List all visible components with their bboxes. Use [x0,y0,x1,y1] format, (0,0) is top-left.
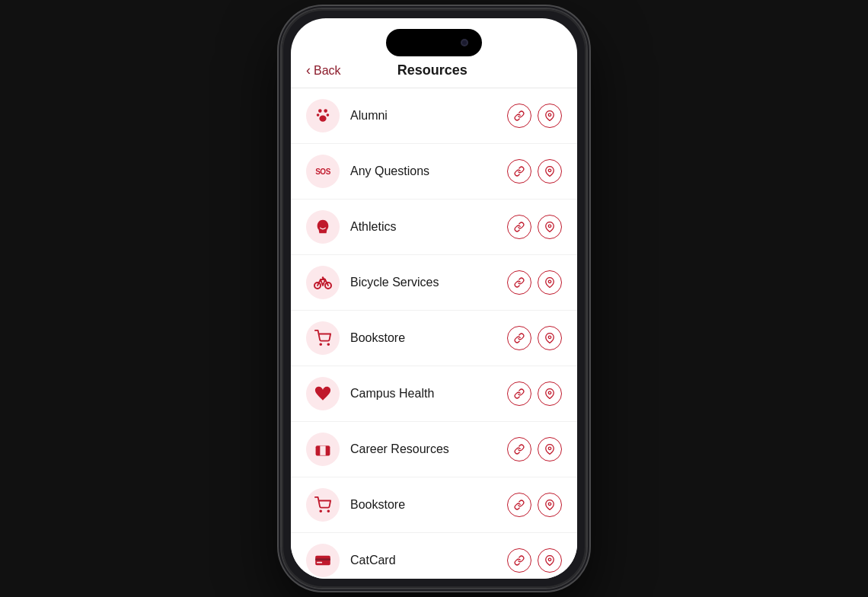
bicycle-actions [507,270,562,295]
list-item: Bookstore [291,477,577,533]
career-link-button[interactable] [507,437,531,461]
item-icon-alumni [306,99,340,132]
bookstore-2-actions [507,493,562,517]
cart-icon [314,330,331,346]
bookstore-label: Bookstore [350,331,507,345]
campus-health-label: Campus Health [350,387,507,401]
link-icon [514,277,525,288]
list-item: Bookstore [291,311,577,366]
list-item: SOS Any Questions [291,144,577,200]
catcard-location-button[interactable] [538,548,562,573]
back-button[interactable]: ‹ Back [306,62,341,78]
camera-dot [461,39,468,46]
catcard-label: CatCard [350,554,507,567]
svg-rect-24 [317,562,322,563]
svg-point-2 [317,113,320,117]
bicycle-icon [314,275,332,290]
alumni-location-button[interactable] [538,104,562,128]
resources-list: Alumni [291,88,577,579]
paw-icon [314,107,331,124]
svg-point-13 [327,343,329,345]
phone-frame: ‹ Back Resources [282,9,586,588]
bookstore-location-button[interactable] [538,326,562,350]
bookstore-2-location-button[interactable] [538,493,562,517]
health-icon [314,385,331,402]
campus-health-link-button[interactable] [507,382,531,406]
link-icon [514,166,525,177]
link-icon [514,555,525,566]
list-item: CatCard [291,533,577,579]
career-location-button[interactable] [538,437,562,461]
list-item: Alumni [291,88,577,144]
sos-icon: SOS [315,168,330,176]
bicycle-location-button[interactable] [538,270,562,295]
dynamic-island [386,29,482,56]
svg-point-20 [327,510,329,512]
any-questions-link-button[interactable] [507,159,531,184]
any-questions-location-button[interactable] [538,159,562,184]
svg-rect-23 [315,558,330,560]
item-icon-bicycle [306,266,340,299]
svg-point-3 [327,113,330,117]
alumni-label: Alumni [350,109,507,123]
svg-point-11 [548,280,551,283]
location-icon [544,388,555,399]
svg-point-14 [548,336,551,339]
bicycle-link-button[interactable] [507,270,531,295]
svg-point-19 [320,510,321,512]
svg-point-5 [548,113,551,117]
alumni-actions [507,104,562,128]
campus-health-location-button[interactable] [538,382,562,406]
athletics-actions [507,215,562,239]
location-icon [544,277,555,288]
item-icon-any-questions: SOS [306,155,340,188]
svg-point-1 [324,109,327,113]
any-questions-label: Any Questions [350,164,507,178]
campus-health-actions [507,382,562,406]
item-icon-campus-health [306,377,340,410]
list-item: Campus Health [291,366,577,422]
athletics-location-button[interactable] [538,215,562,239]
location-icon [544,166,555,177]
bookstore-link-button[interactable] [507,326,531,350]
list-item: Athletics [291,200,577,255]
item-icon-catcard [306,544,340,577]
location-icon [544,110,555,121]
catcard-actions [507,548,562,573]
briefcase-icon [314,441,331,458]
link-icon [514,333,525,343]
bookstore-actions [507,326,562,350]
nav-header: ‹ Back Resources [291,56,577,88]
svg-point-10 [322,276,324,278]
athletics-link-button[interactable] [507,215,531,239]
location-icon [544,500,555,510]
svg-point-7 [548,225,551,228]
athletics-label: Athletics [350,220,507,234]
bicycle-services-label: Bicycle Services [350,276,507,289]
bookstore-2-link-button[interactable] [507,493,531,517]
svg-point-0 [318,109,322,113]
career-actions [507,437,562,461]
back-chevron-icon: ‹ [306,62,311,78]
page-title: Resources [341,62,524,78]
svg-point-21 [548,503,551,506]
any-questions-actions [507,159,562,184]
svg-point-6 [548,169,551,172]
svg-point-15 [548,391,551,394]
career-resources-label: Career Resources [350,442,507,456]
link-icon [514,500,525,510]
list-item: Career Resources [291,422,577,477]
location-icon [544,444,555,455]
location-icon [544,333,555,343]
item-icon-athletics [306,210,340,244]
phone-screen: ‹ Back Resources [291,18,577,579]
item-icon-bookstore-2 [306,488,340,522]
alumni-link-button[interactable] [507,104,531,128]
catcard-link-button[interactable] [507,548,531,573]
item-icon-bookstore [306,321,340,355]
svg-point-25 [548,558,551,561]
location-icon [544,555,555,566]
location-icon [544,222,555,232]
item-icon-career [306,433,340,466]
helmet-icon [314,219,331,235]
